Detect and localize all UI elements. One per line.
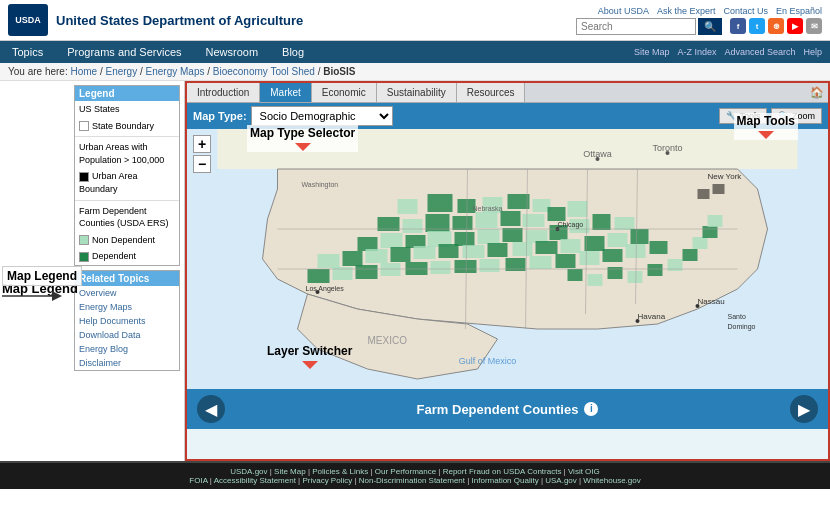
svg-rect-62	[650, 241, 668, 254]
footer-foia[interactable]: FOIA	[189, 476, 207, 485]
svg-rect-23	[381, 233, 403, 248]
related-overview[interactable]: Overview	[75, 286, 179, 300]
about-usda-link[interactable]: About USDA	[598, 6, 649, 16]
legend-us-states: US States	[75, 101, 179, 118]
svg-rect-59	[580, 251, 600, 265]
footer-oig[interactable]: Visit OIG	[568, 467, 600, 476]
svg-rect-70	[693, 237, 708, 249]
related-disclaimer[interactable]: Disclaimer	[75, 356, 179, 370]
zoom-in-button[interactable]: +	[193, 135, 211, 153]
svg-rect-11	[508, 194, 530, 209]
svg-rect-41	[488, 243, 508, 257]
map-type-dropdown[interactable]: Socio Demographic Farm Dependent Energy …	[251, 106, 393, 126]
footer-info-quality[interactable]: Information Quality	[472, 476, 539, 485]
svg-rect-64	[588, 274, 603, 286]
breadcrumb-biosis: BioSIS	[323, 66, 355, 77]
svg-text:MEXICO: MEXICO	[368, 335, 408, 346]
nav-advanced-search[interactable]: Advanced Search	[724, 47, 795, 57]
nav-az-index[interactable]: A-Z Index	[677, 47, 716, 57]
svg-rect-21	[568, 201, 588, 217]
twitter-icon[interactable]: t	[749, 18, 765, 34]
footer-site-map[interactable]: Site Map	[274, 467, 306, 476]
related-energy-maps[interactable]: Energy Maps	[75, 300, 179, 314]
svg-text:Nassau: Nassau	[698, 297, 725, 306]
non-dependent-color	[79, 235, 89, 245]
search-button[interactable]: 🔍	[698, 18, 722, 35]
related-blog[interactable]: Energy Blog	[75, 342, 179, 356]
map-area: Map Type Selector Map Tools Introduction…	[185, 81, 830, 461]
contact-link[interactable]: Contact Us	[723, 6, 768, 16]
nav-help[interactable]: Help	[803, 47, 822, 57]
svg-rect-63	[568, 269, 583, 281]
footer-fraud[interactable]: Report Fraud on USDA Contracts	[443, 467, 562, 476]
legend-farm-header: Farm Dependent Counties (USDA ERS)	[75, 203, 179, 232]
footer-performance[interactable]: Our Performance	[375, 467, 436, 476]
breadcrumb-bioeconomy[interactable]: Bioeconomy Tool Shed	[213, 66, 315, 77]
svg-text:New York: New York	[708, 172, 743, 181]
header-right: About USDA Ask the Expert Contact Us En …	[576, 6, 822, 35]
svg-rect-39	[439, 244, 459, 258]
svg-rect-32	[593, 214, 611, 230]
related-download[interactable]: Download Data	[75, 328, 179, 342]
footer-usda-gov[interactable]: USDA.gov	[230, 467, 267, 476]
map-type-label: Map Type:	[193, 110, 247, 122]
layer-switcher-annotation: Layer Switcher	[267, 344, 352, 369]
nav-bar: Topics Programs and Services Newsroom Bl…	[0, 41, 830, 63]
nav-site-map[interactable]: Site Map	[634, 47, 670, 57]
map-type-selector-annotation: Map Type Selector	[247, 125, 358, 152]
nav-blog[interactable]: Blog	[270, 41, 316, 63]
breadcrumb-energy[interactable]: Energy	[106, 66, 138, 77]
youtube-icon[interactable]: ▶	[787, 18, 803, 34]
footer-whitehouse[interactable]: Whitehouse.gov	[583, 476, 640, 485]
map-canvas[interactable]: + − Gulf of Mexico	[187, 129, 828, 389]
svg-marker-96	[52, 291, 62, 301]
email-icon[interactable]: ✉	[806, 18, 822, 34]
tab-resources[interactable]: Resources	[457, 83, 526, 102]
nav-topics[interactable]: Topics	[0, 41, 55, 63]
svg-rect-55	[480, 259, 500, 272]
footer-policies[interactable]: Policies & Links	[312, 467, 368, 476]
tab-home-btn[interactable]: 🏠	[806, 83, 828, 102]
search-input[interactable]	[576, 18, 696, 35]
svg-rect-69	[683, 249, 698, 261]
footer-privacy[interactable]: Privacy Policy	[302, 476, 352, 485]
tab-economic[interactable]: Economic	[312, 83, 377, 102]
svg-rect-71	[703, 226, 718, 238]
svg-rect-28	[503, 228, 523, 242]
svg-rect-51	[381, 263, 401, 276]
tab-introduction[interactable]: Introduction	[187, 83, 260, 102]
espanol-link[interactable]: En Español	[776, 6, 822, 16]
svg-rect-26	[455, 232, 475, 246]
map-next-button[interactable]: ▶	[790, 395, 818, 423]
legend-section: Legend US States State Boundary Urban Ar…	[74, 85, 180, 266]
footer-links-row2: FOIA | Accessibility Statement | Privacy…	[4, 476, 826, 485]
nav-newsroom[interactable]: Newsroom	[194, 41, 271, 63]
tab-market[interactable]: Market	[260, 83, 312, 102]
svg-rect-8	[428, 194, 453, 212]
facebook-icon[interactable]: f	[730, 18, 746, 34]
svg-text:Los Angeles: Los Angeles	[306, 285, 345, 293]
footer-nondiscrimination[interactable]: Non-Discrimination Statement	[359, 476, 465, 485]
info-icon[interactable]: i	[584, 402, 598, 416]
nav-programs[interactable]: Programs and Services	[55, 41, 193, 63]
tab-sustainability[interactable]: Sustainability	[377, 83, 457, 102]
map-type-selector: Map Type: Socio Demographic Farm Depende…	[193, 106, 393, 126]
svg-rect-36	[366, 249, 388, 263]
ask-expert-link[interactable]: Ask the Expert	[657, 6, 716, 16]
breadcrumb-energy-maps[interactable]: Energy Maps	[146, 66, 205, 77]
breadcrumb-home[interactable]: Home	[70, 66, 97, 77]
svg-text:Santo: Santo	[728, 313, 746, 320]
footer-usa-gov[interactable]: USA.gov	[545, 476, 577, 485]
map-layer-label: Farm Dependent Counties i	[417, 402, 599, 417]
svg-rect-44	[561, 239, 581, 253]
svg-rect-60	[603, 249, 623, 262]
legend-urban-boundary: Urban Area Boundary	[75, 168, 179, 197]
related-help-docs[interactable]: Help Documents	[75, 314, 179, 328]
svg-point-6	[666, 151, 670, 155]
zoom-out-button[interactable]: −	[193, 155, 211, 173]
rss-icon[interactable]: ⊛	[768, 18, 784, 34]
svg-rect-43	[536, 241, 558, 254]
svg-rect-67	[648, 264, 663, 276]
footer-accessibility[interactable]: Accessibility Statement	[214, 476, 296, 485]
map-prev-button[interactable]: ◀	[197, 395, 225, 423]
